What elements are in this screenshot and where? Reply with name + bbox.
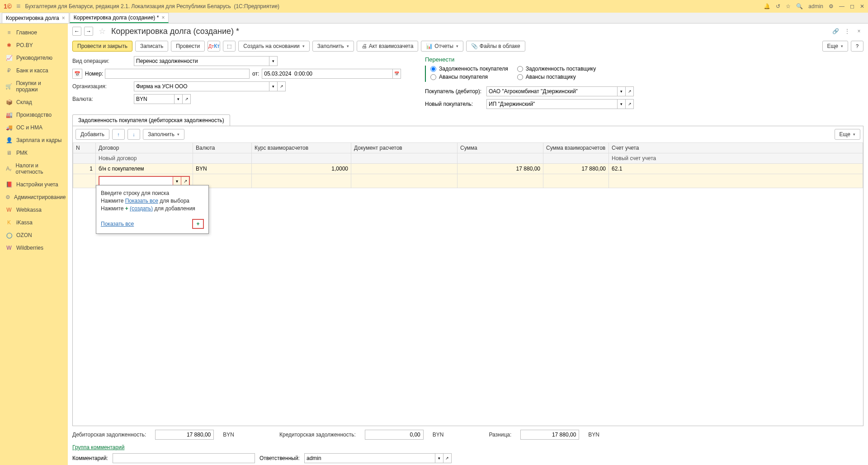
add-new-button[interactable]: +	[192, 219, 204, 229]
sidebar-item-13[interactable]: WWebkassa	[0, 204, 68, 216]
calendar-picker-icon[interactable]: 📅	[393, 69, 401, 79]
cell-sum-settle[interactable]: 17 880,00	[543, 164, 609, 174]
dropdown-icon[interactable]: ▾	[618, 99, 626, 109]
post-button[interactable]: Провести	[171, 41, 205, 52]
more-button[interactable]: Еще▾	[822, 41, 848, 52]
newbuyer-input[interactable]	[486, 99, 618, 109]
close-page-icon[interactable]: ×	[854, 27, 863, 36]
subtab[interactable]: Задолженность покупателя (дебиторская за…	[72, 114, 230, 126]
open-icon[interactable]: ↗	[626, 99, 634, 109]
cell-newaccount[interactable]	[609, 174, 863, 188]
sidebar-item-8[interactable]: 👤Зарплата и кадры	[0, 134, 68, 147]
favorite-star-icon[interactable]: ☆	[99, 26, 106, 36]
post-and-close-button[interactable]: Провести и закрыть	[72, 41, 132, 52]
sidebar-item-12[interactable]: ⚙Администрирование	[0, 191, 68, 204]
tab-0[interactable]: Корректировка долга×	[2, 13, 69, 23]
comment-input[interactable]	[113, 453, 255, 463]
sidebar-item-11[interactable]: 📕Настройки учета	[0, 178, 68, 191]
star-icon[interactable]: ☆	[786, 3, 791, 9]
op-input[interactable]	[134, 56, 269, 66]
search-icon[interactable]: 🔍	[796, 3, 803, 9]
table-fill-button[interactable]: Заполнить▾	[143, 129, 184, 140]
comment-group-link[interactable]: Группа комментарий	[68, 443, 868, 451]
history-icon[interactable]: ↺	[776, 3, 780, 9]
dropdown-icon[interactable]: ▾	[173, 177, 181, 185]
dropdown-icon[interactable]: ▾	[175, 94, 183, 104]
newcontract-input[interactable]	[99, 177, 173, 185]
cell-doc[interactable]	[351, 164, 458, 174]
user-label[interactable]: admin	[808, 3, 823, 9]
settings-icon[interactable]: ⚙	[829, 3, 834, 9]
sidebar-item-16[interactable]: WWildberries	[0, 242, 68, 254]
open-icon[interactable]: ↗	[443, 453, 452, 463]
sidebar-item-5[interactable]: 📦Склад	[0, 96, 68, 109]
create-based-on-button[interactable]: Создать на основании▾	[238, 41, 310, 52]
move-down-button[interactable]: ↓	[127, 129, 140, 140]
tab-1[interactable]: Корректировка долга (создание) *×	[70, 13, 169, 23]
reports-button[interactable]: 📊 Отчеты▾	[421, 41, 463, 52]
calendar-icon[interactable]: 📅	[72, 69, 82, 79]
radio-buyer-debt[interactable]	[430, 66, 436, 72]
files-button[interactable]: 📎 Файлы в облаке	[466, 41, 525, 52]
cell-sum[interactable]: 17 880,00	[458, 164, 543, 174]
open-icon[interactable]: ↗	[626, 86, 634, 96]
structure-icon[interactable]: ⬚	[223, 41, 236, 52]
showall-footer-link[interactable]: Показать все	[101, 221, 134, 227]
create-link[interactable]: (создать)	[130, 205, 153, 212]
nav-forward-button[interactable]: →	[84, 27, 93, 36]
cell-rate[interactable]: 1,0000	[252, 164, 351, 174]
open-icon[interactable]: ↗	[181, 177, 189, 185]
dropdown-icon[interactable]: ▾	[435, 453, 443, 463]
newcontract-editor[interactable]: ▾ ↗	[99, 176, 190, 186]
responsible-input[interactable]	[304, 453, 435, 463]
save-button[interactable]: Записать	[135, 41, 168, 52]
act-button[interactable]: 🖨 Акт взаимозачета	[357, 41, 419, 52]
radio-buyer-advance[interactable]	[430, 74, 436, 80]
sidebar-item-10[interactable]: AᵧНалоги и отчетность	[0, 159, 68, 178]
dropdown-icon[interactable]: ▾	[269, 81, 278, 91]
open-icon[interactable]: ↗	[183, 94, 191, 104]
radio-supplier-debt[interactable]	[517, 66, 523, 72]
date-input[interactable]	[262, 69, 393, 79]
buyer-input[interactable]	[486, 86, 618, 96]
maximize-icon[interactable]: ◻	[850, 3, 854, 9]
radio-supplier-advance[interactable]	[517, 74, 523, 80]
cell-account[interactable]: 62.1	[609, 164, 863, 174]
burger-icon[interactable]: ≡	[16, 2, 20, 10]
table-more-button[interactable]: Еще▾	[835, 129, 860, 140]
sidebar-item-0[interactable]: ≡Главное	[0, 26, 68, 39]
sidebar-item-7[interactable]: 🚚ОС и НМА	[0, 121, 68, 134]
org-input[interactable]	[134, 81, 269, 91]
dropdown-icon[interactable]: ▾	[269, 56, 278, 66]
sidebar-item-3[interactable]: ₽Банк и касса	[0, 64, 68, 77]
sidebar-item-1[interactable]: ✱PO.BY	[0, 39, 68, 52]
currency-input[interactable]	[134, 94, 175, 104]
move-up-button[interactable]: ↑	[112, 129, 125, 140]
close-icon[interactable]: ×	[62, 15, 65, 21]
sidebar-item-14[interactable]: KiKassa	[0, 216, 68, 229]
dropdown-icon[interactable]: ▾	[618, 86, 626, 96]
close-window-icon[interactable]: ✕	[860, 3, 864, 9]
nav-back-button[interactable]: ←	[72, 27, 81, 36]
showall-link[interactable]: Показать все	[125, 198, 158, 204]
bell-icon[interactable]: 🔔	[764, 3, 770, 9]
cell-currency[interactable]: BYN	[193, 164, 252, 174]
minimize-icon[interactable]: —	[839, 3, 844, 9]
help-button[interactable]: ?	[851, 41, 863, 52]
fill-button[interactable]: Заполнить▾	[312, 41, 354, 52]
cell-n[interactable]: 1	[73, 164, 96, 174]
link-icon[interactable]: 🔗	[831, 27, 840, 36]
sidebar-item-2[interactable]: 📈Руководителю	[0, 52, 68, 64]
debt-table[interactable]: N Договор Валюта Курс взаиморасчетов Док…	[73, 142, 863, 188]
open-icon[interactable]: ↗	[278, 81, 286, 91]
cell-contract[interactable]: б/н с покупателем	[96, 164, 193, 174]
sidebar-item-4[interactable]: 🛒Покупки и продажи	[0, 77, 68, 96]
sidebar-item-6[interactable]: 🏭Производство	[0, 109, 68, 121]
close-icon[interactable]: ×	[161, 14, 165, 21]
dtkt-icon[interactable]: ДтКт	[208, 41, 220, 52]
sidebar-item-9[interactable]: 🖥РМК	[0, 147, 68, 159]
sidebar-item-15[interactable]: ◯OZON	[0, 229, 68, 242]
number-input[interactable]	[105, 69, 250, 79]
kebab-icon[interactable]: ⋮	[843, 27, 852, 36]
add-row-button[interactable]: Добавить	[75, 129, 109, 140]
